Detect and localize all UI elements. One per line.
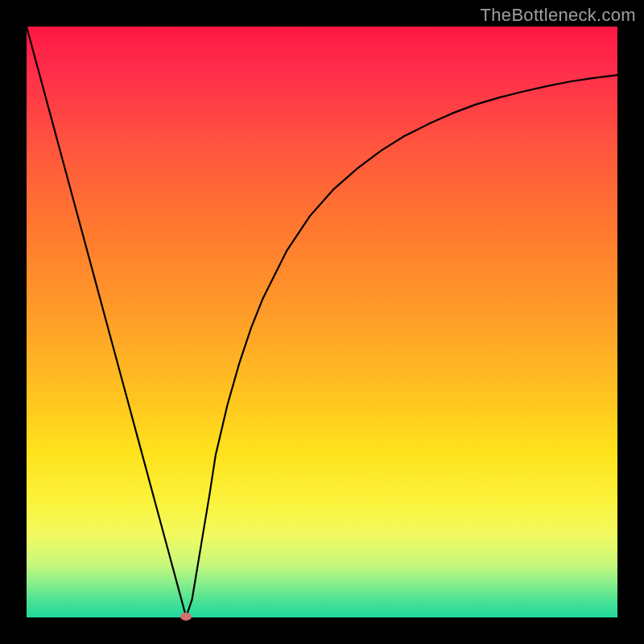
minimum-marker: [180, 613, 192, 621]
chart-frame: TheBottleneck.com: [0, 0, 644, 644]
bottleneck-curve: [27, 27, 617, 617]
watermark-text: TheBottleneck.com: [481, 5, 636, 26]
plot-area: [27, 27, 617, 617]
